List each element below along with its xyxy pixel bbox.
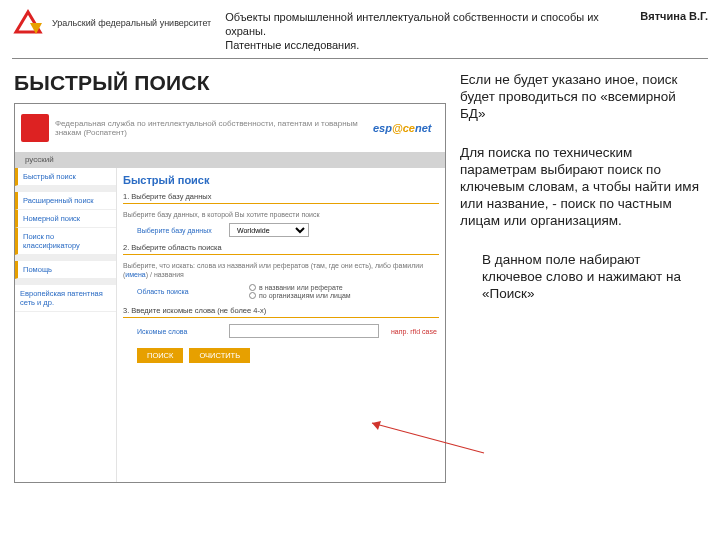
sidebar-item-class[interactable]: Поиск по классификатору [15,228,116,255]
clear-button[interactable]: ОЧИСТИТЬ [189,348,250,363]
tab-strip: русский [15,152,445,168]
sidebar: Быстрый поиск Расширенный поиск Номерной… [15,168,117,483]
search-button[interactable]: ПОИСК [137,348,183,363]
keywords-example: напр. rfid case [391,328,437,335]
form-title: Быстрый поиск [123,174,439,186]
step-2-label: 2. Выберите область поиска [123,243,439,252]
scope-label: Область поиска [137,288,223,295]
annotation-3: В данном поле набирают ключевое слово и … [482,251,702,302]
logo-mark-icon [12,8,46,38]
tab-lang[interactable]: русский [15,152,64,167]
annotation-1: Если не будет указано иное, поиск будет … [460,71,702,122]
sidebar-item-help[interactable]: Помощь [15,261,116,279]
sidebar-item-links[interactable]: Европейская патентная сеть и др. [15,285,116,312]
slide-header: Уральский федеральный университет Объект… [0,0,720,59]
slide-author: Вятчина В.Г. [640,8,708,22]
step-1-desc: Выберите базу данных, в которой Вы хотит… [123,210,439,219]
sidebar-item-num[interactable]: Номерной поиск [15,210,116,228]
db-select-label: Выберите базу данных [137,227,223,234]
annotation-2: Для поиска по техническим параметрам выб… [460,144,702,229]
sidebar-item-adv[interactable]: Расширенный поиск [15,192,116,210]
radio-persons-orgs[interactable]: по организациям или лицам [249,292,351,299]
radio-title-abstract[interactable]: в названии или реферате [249,284,351,291]
banner-text: Федеральная служба по интеллектуальной с… [55,119,373,137]
step-3-label: 3. Введите искомые слова (не более 4-х) [123,306,439,315]
screenshot-panel: Федеральная служба по интеллектуальной с… [14,103,446,483]
university-logo: Уральский федеральный университет [12,8,211,38]
keywords-input[interactable] [229,324,379,338]
keywords-label: Искомые слова [137,328,223,335]
step-1-label: 1. Выберите базу данных [123,192,439,201]
step-2-desc: Выберите, что искать: слова из названий … [123,261,439,279]
sidebar-item-quick[interactable]: Быстрый поиск [15,168,116,186]
annotation-column: Если не будет указано иное, поиск будет … [452,71,702,483]
slide-subtitle: Объекты промышленной интеллектуальной со… [221,8,640,52]
emblem-icon [21,114,49,142]
espacenet-logo: esp@cenet [373,122,445,134]
logo-text: Уральский федеральный университет [52,18,211,28]
db-select[interactable]: Worldwide [229,223,309,237]
page-title: БЫСТРЫЙ ПОИСК [14,71,452,95]
